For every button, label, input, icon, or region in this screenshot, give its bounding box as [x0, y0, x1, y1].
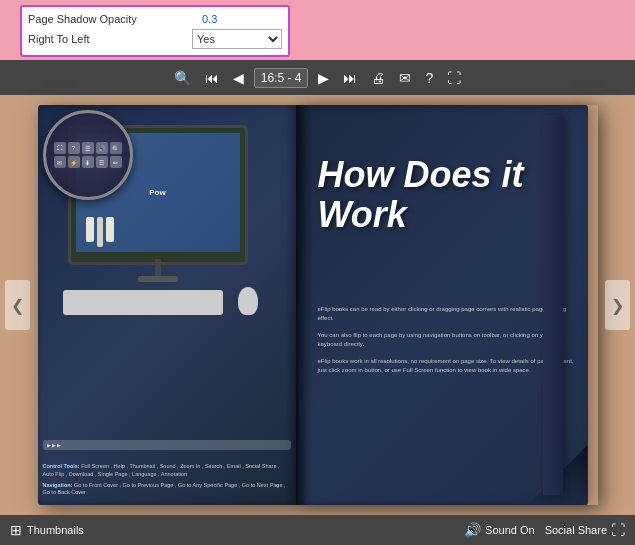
tooltip-text: ▶ ▶ ▶ [47, 442, 287, 449]
magnifier-content: ⛶ ? ☰ 🔊 🔍 ✉ ⚡ ⬇ ☰ ✏ [49, 137, 127, 173]
navigation-label: Navigation: [43, 482, 73, 488]
share-icon: ⛶ [611, 522, 625, 538]
right-page-body: eFlip books can be read by either clicki… [318, 305, 578, 383]
monitor-base [138, 276, 178, 282]
shadow-opacity-label: Page Shadow Opacity [28, 13, 202, 25]
control-tools-text: Control Tools: Full Screen , Help , Thum… [43, 463, 291, 478]
viewer-container: 🔍 ⏮ ◀ 16:5 - 4 ▶ ⏭ 🖨 ✉ ? ⛶ ❮ ⛶ ? ☰ 🔊 [0, 60, 635, 515]
first-page-button[interactable]: ⏮ [201, 68, 223, 88]
navigation-text: Navigation: Go to Front Cover , Go to Pr… [43, 482, 291, 497]
book: ⛶ ? ☰ 🔊 🔍 ✉ ⚡ ⬇ ☰ ✏ [38, 105, 598, 505]
nav-right-button[interactable]: ❯ [605, 280, 630, 330]
social-share-button[interactable]: Social Share ⛶ [545, 522, 625, 538]
navigation-value: Go to Front Cover , Go to Previous Page … [43, 482, 286, 496]
status-bar: ⊞ Thumbnails 🔊 Sound On Social Share ⛶ [0, 515, 635, 545]
mag-icon-6: ✉ [54, 156, 66, 168]
mag-icon-8: ⬇ [82, 156, 94, 168]
keyboard [63, 290, 223, 315]
next-page-button[interactable]: ▶ [314, 68, 333, 88]
print-button[interactable]: 🖨 [367, 68, 389, 88]
page-indicator: 16:5 - 4 [254, 68, 309, 88]
settings-panel: Page Shadow Opacity 0.3 Right To Left Ye… [20, 5, 290, 57]
email-button[interactable]: ✉ [395, 68, 415, 88]
settings-row-rtl: Right To Left Yes No [28, 27, 282, 51]
title-line1: How Does it Work [318, 155, 578, 234]
bottle-1 [86, 217, 94, 242]
help-button[interactable]: ? [421, 68, 437, 88]
mag-icon-5: 🔍 [110, 142, 122, 154]
sound-button[interactable]: 🔊 Sound On [464, 522, 535, 538]
bottle-3 [106, 217, 114, 242]
social-share-label: Social Share [545, 524, 607, 536]
sound-label: Sound On [485, 524, 535, 536]
mouse [238, 287, 258, 315]
mag-icon-9: ☰ [96, 156, 108, 168]
right-para-3: eFlip books work in all resolutions, no … [318, 357, 578, 375]
mag-icon-2: ? [68, 142, 80, 154]
page-far-right [543, 115, 563, 495]
right-para-1: eFlip books can be read by either clicki… [318, 305, 578, 323]
monitor-stand [155, 259, 161, 277]
thumbnails-label: Thumbnails [27, 524, 84, 536]
right-para-2: You can also flip to each page by using … [318, 331, 578, 349]
settings-row-shadow: Page Shadow Opacity 0.3 [28, 11, 282, 27]
last-page-button[interactable]: ⏭ [339, 68, 361, 88]
status-right: 🔊 Sound On Social Share ⛶ [464, 522, 625, 538]
thumbnails-icon: ⊞ [10, 522, 22, 538]
thumbnails-button[interactable]: ⊞ Thumbnails [10, 522, 84, 538]
control-tools-label: Control Tools: [43, 463, 80, 469]
product-bottles [86, 217, 114, 247]
page-left: ⛶ ? ☰ 🔊 🔍 ✉ ⚡ ⬇ ☰ ✏ [38, 105, 298, 505]
sound-icon: 🔊 [464, 522, 481, 538]
zoom-button[interactable]: 🔍 [170, 68, 195, 88]
mag-icon-3: ☰ [82, 142, 94, 154]
toolbar: 🔍 ⏮ ◀ 16:5 - 4 ▶ ⏭ 🖨 ✉ ? ⛶ [0, 60, 635, 95]
mag-icon-4: 🔊 [96, 142, 108, 154]
tooltip-bar: ▶ ▶ ▶ [43, 440, 291, 451]
magnifier-circle: ⛶ ? ☰ 🔊 🔍 ✉ ⚡ ⬇ ☰ ✏ [43, 110, 133, 200]
prev-page-button[interactable]: ◀ [229, 68, 248, 88]
right-page-title: How Does it Work [318, 155, 578, 234]
left-page-text: Control Tools: Full Screen , Help , Thum… [43, 463, 291, 500]
rtl-select[interactable]: Yes No [192, 29, 282, 49]
mag-icon-7: ⚡ [68, 156, 80, 168]
nav-left-button[interactable]: ❮ [5, 280, 30, 330]
shadow-opacity-value: 0.3 [202, 13, 282, 25]
bottle-2 [97, 217, 103, 247]
mag-icon-1: ⛶ [54, 142, 66, 154]
rtl-label: Right To Left [28, 33, 192, 45]
book-area: ❮ ⛶ ? ☰ 🔊 🔍 ✉ ⚡ ⬇ ☰ ✏ [0, 95, 635, 515]
mag-icon-10: ✏ [110, 156, 122, 168]
screen-text: Pow [149, 188, 165, 197]
fullscreen-button[interactable]: ⛶ [443, 68, 465, 88]
